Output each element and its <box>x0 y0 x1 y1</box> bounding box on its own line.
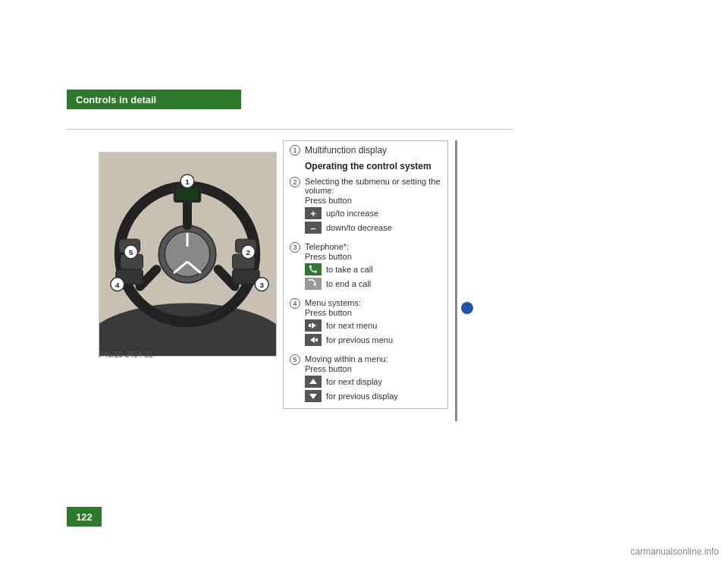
item-2-content: Selecting the submenu or setting the vol… <box>302 176 441 235</box>
item-2-number: 2 <box>290 177 302 187</box>
section-title: Controls in detail <box>76 94 156 105</box>
divider-line <box>67 129 514 130</box>
item-3-press: Press button <box>305 252 441 261</box>
blue-indicator-dot <box>461 302 473 314</box>
svg-text:1: 1 <box>185 178 190 186</box>
item-2-icon-minus-row: – down/to decrease <box>305 222 441 234</box>
item-1-number: 1 <box>290 145 302 156</box>
take-call-label: to take a call <box>326 265 373 274</box>
item-4-icon-next-row: for next menu <box>305 319 441 332</box>
minus-label: down/to decrease <box>326 223 392 232</box>
svg-text:4: 4 <box>115 281 120 289</box>
item-3-text: Telephone*: <box>305 242 441 251</box>
item-3-content: Telephone*: Press button to take a call … <box>302 241 441 291</box>
item-3-icon-take-row: to take a call <box>305 263 441 275</box>
page-number: 122 <box>76 511 93 523</box>
prev-display-label: for previous display <box>326 392 398 401</box>
info-panel: 1 Multifunction display Operating the co… <box>283 140 448 409</box>
svg-text:5: 5 <box>129 248 133 256</box>
item-4-text: Menu systems: <box>305 298 441 307</box>
item-4-content: Menu systems: Press button for next menu <box>302 297 441 348</box>
prev-menu-icon <box>305 334 322 346</box>
item-4-press: Press button <box>305 308 441 317</box>
item-1-text: Multifunction display <box>305 145 387 156</box>
item-5-content: Moving within a menu: Press button for n… <box>302 354 441 404</box>
prev-display-icon <box>305 390 322 402</box>
prev-menu-label: for previous menu <box>326 335 393 344</box>
plus-label: up/to increase <box>326 209 378 218</box>
item-2-icon-plus-row: + up/to increase <box>305 207 441 219</box>
item-2-text: Selecting the submenu or setting the vol… <box>305 177 441 195</box>
info-item-4: 4 Menu systems: Press button for next me… <box>284 294 447 351</box>
item-5-icon-prev-row: for previous display <box>305 390 441 402</box>
item-1-content: Multifunction display <box>302 144 441 156</box>
steering-wheel-image: 1 2 3 4 5 <box>99 152 277 357</box>
svg-text:3: 3 <box>259 281 264 289</box>
vertical-separator <box>455 140 457 421</box>
svg-rect-31 <box>309 324 311 327</box>
page-number-box: 122 <box>67 507 102 527</box>
next-display-label: for next display <box>326 377 382 386</box>
info-item-3: 3 Telephone*: Press button to take a cal… <box>284 238 447 294</box>
item-4-number: 4 <box>290 298 302 309</box>
svg-text:2: 2 <box>246 248 251 256</box>
info-item-2: 2 Selecting the submenu or setting the v… <box>284 173 447 238</box>
item-3-number: 3 <box>290 242 302 253</box>
next-menu-icon <box>305 319 322 332</box>
item-5-icon-next-row: for next display <box>305 376 441 388</box>
operating-heading-row: Operating the control system <box>284 159 447 173</box>
operating-heading: Operating the control system <box>305 161 431 171</box>
svg-rect-34 <box>315 338 318 341</box>
end-call-label: to end a call <box>326 279 371 288</box>
info-item-1: 1 Multifunction display <box>284 141 447 159</box>
plus-icon: + <box>305 207 322 219</box>
next-menu-label: for next menu <box>326 321 377 330</box>
phone-take-icon <box>305 263 322 275</box>
item-4-icon-prev-row: for previous menu <box>305 334 441 346</box>
item-5-text: Moving within a menu: <box>305 354 441 363</box>
watermark: carmanualsonline.info <box>630 546 719 557</box>
item-2-press: Press button <box>305 196 441 205</box>
item-5-number: 5 <box>290 354 302 365</box>
image-caption: P46/10-2454-31 <box>99 351 153 359</box>
next-display-icon <box>305 376 322 388</box>
phone-end-icon <box>305 278 322 290</box>
steering-wheel-svg: 1 2 3 4 5 <box>99 153 276 356</box>
item-5-press: Press button <box>305 364 441 373</box>
item-3-icon-end-row: to end a call <box>305 278 441 290</box>
info-item-5: 5 Moving within a menu: Press button for… <box>284 351 447 408</box>
svg-rect-18 <box>176 188 199 200</box>
minus-icon: – <box>305 222 322 234</box>
section-header: Controls in detail <box>67 90 241 109</box>
